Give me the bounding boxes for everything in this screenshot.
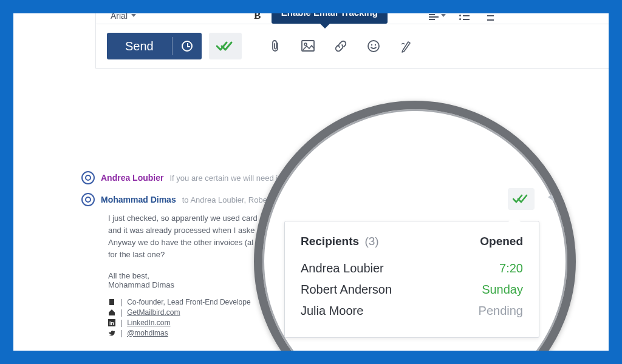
font-family-dropdown[interactable]: Arial [111,13,136,21]
home-icon [108,309,115,316]
separator: | [120,308,122,317]
tracking-status-button[interactable] [508,188,535,210]
numbered-list-button[interactable] [483,13,494,21]
recipient-row: Robert Anderson Sunday [301,279,523,300]
separator: | [120,298,122,306]
chevron-down-icon [441,14,446,17]
recipients-count: (3) [364,235,378,248]
email-tracking-button[interactable]: Enable Email Tracking [209,33,242,59]
tracking-popover: Recipients (3) Opened Andrea Loubier 7:2… [284,221,539,338]
svg-point-2 [368,41,379,52]
magnifier-lens: Recipients (3) Opened Andrea Loubier 7:2… [254,101,576,351]
sender-name: Andrea Loubier [101,173,163,183]
bullet-list-button[interactable] [459,13,470,20]
recipient-opened: Sunday [482,283,523,297]
recipient-row: Andrea Loubier 7:20 [301,258,523,279]
double-check-icon [216,41,234,52]
signature-button[interactable] [394,33,419,59]
send-button-group: Send [107,33,202,59]
send-label: Send [125,39,154,53]
clock-icon [182,41,193,52]
double-check-icon [513,194,530,204]
opened-header: Opened [480,235,523,248]
signature-linkedin-link[interactable]: LinkedIn.com [127,318,170,327]
recipient-name: Andrea Loubier [301,261,384,275]
link-icon [334,39,347,53]
tracking-tooltip: Enable Email Tracking [272,13,388,24]
send-button[interactable]: Send [107,33,172,59]
building-icon [108,298,115,306]
font-family-label: Arial [111,13,128,21]
reply-button[interactable] [547,190,564,206]
signature-twitter-link[interactable]: @mohdimas [127,329,168,337]
signature-role: Co-founder, Lead Front-End Develope [127,298,250,306]
attach-file-button[interactable] [262,33,288,59]
svg-text:in: in [109,320,114,326]
image-icon [301,40,315,52]
linkedin-icon: in [108,319,115,326]
signature-website-link[interactable]: GetMailbird.com [127,308,180,317]
paperclip-icon [269,39,281,53]
recipient-opened: 7:20 [499,261,523,275]
schedule-send-button[interactable] [173,33,202,59]
svg-rect-5 [109,299,114,305]
reply-icon [547,190,564,204]
composer-toolbar: Arial B I U A A [95,13,609,69]
recipients-header: Recipients (3) [301,235,379,248]
svg-point-1 [304,43,307,46]
recipient-name: Robert Anderson [301,283,392,297]
recipient-opened: Pending [479,304,523,318]
tracking-tooltip-text: Enable Email Tracking [281,13,378,18]
bold-button[interactable]: B [254,13,261,22]
insert-link-button[interactable] [328,33,354,59]
insert-image-button[interactable] [295,33,321,59]
avatar-icon [81,171,95,184]
recipient-name: Julia Moore [301,304,363,318]
separator: | [120,318,122,327]
svg-point-3 [371,44,372,46]
sender-name: Mohammad Dimas [101,195,176,204]
text-align-dropdown[interactable] [429,13,446,20]
action-row: Send Enable Email Tracking [96,24,609,68]
recipient-row: Julia Moore Pending [301,300,523,322]
align-left-icon [429,13,439,20]
avatar-icon [81,193,95,206]
separator: | [120,329,122,337]
twitter-icon [108,329,115,337]
svg-point-4 [375,44,376,46]
pen-icon [400,39,412,53]
chevron-down-icon [131,14,136,17]
recipients-label: Recipients [301,235,359,248]
insert-emoji-button[interactable] [361,33,386,59]
emoji-icon [367,39,380,53]
